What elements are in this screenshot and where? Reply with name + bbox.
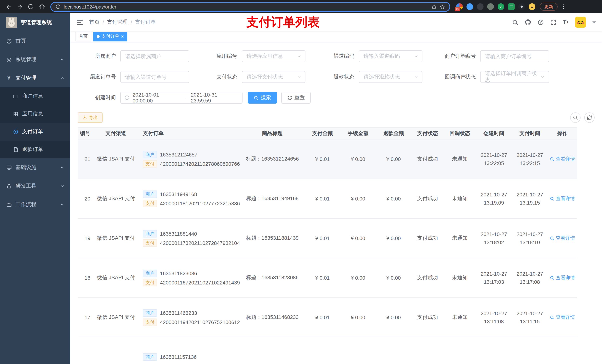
cell-title: 标题：1635311468233: [240, 298, 305, 337]
merchant-order-no: 1635311949168: [160, 191, 197, 197]
page-title: 支付订单列表: [246, 14, 320, 31]
channel-order-input[interactable]: [120, 71, 189, 83]
info-icon[interactable]: [55, 4, 61, 9]
extension-colored-icon[interactable]: 10: [456, 3, 463, 10]
refresh-icon[interactable]: [584, 113, 595, 123]
owner-input[interactable]: [120, 50, 189, 62]
refund-status-select[interactable]: 请选择退款状态: [359, 71, 422, 83]
browser-update-button[interactable]: 更新: [540, 3, 558, 11]
cell-channel: 微信 JSAPI 支付: [96, 218, 136, 258]
github-icon[interactable]: [525, 19, 531, 26]
kebab-menu-icon[interactable]: [560, 4, 567, 10]
table-body: 21 微信 JSAPI 支付 商户 1635312124657 支付 42000…: [78, 139, 577, 337]
cell-pay-time: 2021-10-2713:18:10: [512, 218, 548, 258]
cell-id: 19: [78, 218, 96, 258]
pay-order-no: 4200001181202110277723215336: [160, 200, 240, 206]
tags-view: 首页 支付订单 ×: [70, 31, 602, 42]
question-icon[interactable]: [538, 19, 544, 25]
merchant-order-no: 1635311823086: [160, 270, 197, 276]
notify-status-select[interactable]: 请选择订单回调商户状态: [480, 71, 549, 83]
address-bar[interactable]: localhost:1024/pay/order: [50, 2, 450, 12]
reset-button[interactable]: 重置: [281, 92, 311, 104]
view-detail-link[interactable]: 查看详情: [550, 274, 575, 281]
cell-id: 20: [78, 179, 96, 218]
order-icon: [13, 129, 19, 135]
star-icon[interactable]: [440, 4, 445, 10]
back-icon[interactable]: [4, 2, 13, 11]
search-icon[interactable]: [512, 19, 518, 25]
hamburger-icon[interactable]: [76, 19, 83, 26]
avatar-caret-icon[interactable]: [592, 21, 596, 23]
view-detail-link[interactable]: 查看详情: [550, 235, 575, 241]
extension-blue-icon[interactable]: [466, 3, 473, 10]
cell-fee: ¥ 0.00: [340, 258, 376, 298]
create-time-label: 创建时间: [78, 94, 120, 101]
search-button[interactable]: 搜索: [248, 92, 277, 104]
chevron-down-icon: [297, 75, 301, 79]
breadcrumb-payment[interactable]: 支付管理: [107, 19, 128, 26]
sidebar-item-home[interactable]: 首页: [0, 32, 70, 50]
cell-title: 标题：1635311881439: [240, 218, 305, 258]
view-detail-link[interactable]: 查看详情: [550, 195, 575, 202]
sidebar-item-pay-order[interactable]: 支付订单: [0, 123, 70, 141]
cell-channel: 微信 JSAPI 支付: [96, 139, 136, 179]
sidebar-item-refund-order[interactable]: 退款订单: [0, 141, 70, 158]
app-label: 应用编号: [197, 53, 242, 60]
dashboard-icon: [6, 38, 12, 44]
create-time-range-input[interactable]: 2021-10-01 00:00:00 - 2021-10-31 23:59:5…: [120, 92, 243, 104]
cell-id: 21: [78, 139, 96, 179]
cell-status: 支付成功: [411, 298, 444, 337]
home-icon[interactable]: [37, 2, 47, 11]
cell-channel: 微信 JSAPI 支付: [96, 258, 136, 298]
extension-gray-icon[interactable]: [487, 3, 494, 10]
export-button[interactable]: 导出: [78, 113, 103, 123]
merchant-order-input[interactable]: [480, 50, 549, 62]
pay-badge: 支付: [143, 160, 157, 167]
briefcase-icon: [6, 202, 12, 207]
toggle-search-icon[interactable]: [570, 113, 580, 123]
chevron-down-icon: [60, 57, 64, 62]
extension-book-icon[interactable]: [508, 3, 515, 10]
pay-order-no: 4200001174202110278060590766: [160, 161, 240, 167]
share-icon[interactable]: [431, 4, 437, 9]
sidebar-item-system[interactable]: 系统管理: [0, 50, 70, 69]
channel-code-select[interactable]: 请输入渠道编码: [359, 50, 422, 62]
cell-status: 支付成功: [411, 218, 444, 258]
forward-icon[interactable]: [15, 2, 24, 11]
view-detail-link[interactable]: 查看详情: [550, 314, 575, 321]
breadcrumb-home[interactable]: 首页: [89, 19, 100, 26]
tag-home[interactable]: 首页: [75, 32, 91, 41]
cell-id: 17: [78, 298, 96, 337]
chevron-up-icon: [60, 76, 64, 80]
cell-fee: ¥ 0.00: [340, 298, 376, 337]
sidebar-item-app-info[interactable]: 应用信息: [0, 105, 70, 123]
col-header-pay-time: 支付时间: [512, 127, 548, 139]
channel-code-label: 渠道编码: [314, 53, 359, 60]
view-detail-link[interactable]: 查看详情: [550, 156, 575, 162]
sidebar-item-workflow[interactable]: 工作流程: [0, 195, 70, 214]
font-size-icon[interactable]: TT: [563, 19, 569, 25]
fullscreen-icon[interactable]: [550, 19, 557, 25]
chevron-down-icon: [60, 165, 64, 170]
cell-pay-time: 2021-10-2713:22:15: [512, 139, 548, 179]
merchant-badge: 商户: [143, 190, 157, 198]
cell-create-time: 2021-10-2713:18:02: [476, 218, 512, 258]
sidebar-item-merchant-info[interactable]: 商户信息: [0, 87, 70, 105]
pay-status-select[interactable]: 请选择支付状态: [242, 71, 305, 83]
user-avatar[interactable]: [575, 17, 586, 28]
reload-icon[interactable]: [26, 2, 35, 11]
owner-label: 所属商户: [78, 53, 120, 60]
cell-action: 查看详情: [548, 179, 577, 218]
sidebar-item-infrastructure[interactable]: 基础设施: [0, 158, 70, 177]
extension-dark-icon[interactable]: [477, 3, 484, 10]
sidebar-item-dev-tools[interactable]: 研发工具: [0, 177, 70, 195]
active-dot: [97, 35, 100, 38]
browser-profile-avatar[interactable]: [529, 3, 535, 10]
tag-pay-order[interactable]: 支付订单 ×: [93, 32, 127, 41]
extension-puzzle-icon[interactable]: [518, 3, 525, 10]
app-select[interactable]: 请选择应用信息: [242, 50, 305, 62]
cell-amount: ¥ 0.01: [305, 218, 340, 258]
sidebar-item-payment[interactable]: ¥ 支付管理: [0, 69, 70, 87]
extension-check-icon[interactable]: ✓: [498, 3, 504, 10]
close-icon[interactable]: ×: [121, 34, 124, 39]
